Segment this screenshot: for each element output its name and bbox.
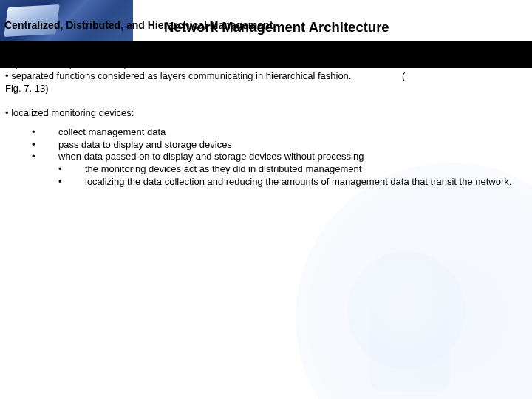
list-item: • pass data to display and storage devic… <box>32 139 527 151</box>
bullet-mark: • <box>32 139 58 151</box>
list-item: • the monitoring devices act as they did… <box>58 163 527 176</box>
bullet-mark: • <box>32 126 58 139</box>
background-watermark <box>266 192 532 399</box>
list-item: • collect management data <box>32 126 527 139</box>
slide-subtitle: Centralized, Distributed, and Hierarchic… <box>4 19 273 31</box>
bullet-mark: • <box>5 46 9 57</box>
section-localized: • localized monitoring devices: <box>5 107 527 120</box>
body-line-2: • separated functions considered as laye… <box>5 70 527 83</box>
watermark-circle <box>332 244 377 288</box>
body-line-2-text: • separated functions considered as laye… <box>5 70 351 81</box>
hierarchical-label: Hierarchical <box>11 46 64 57</box>
bullet-text: collect management data <box>58 126 527 139</box>
slide-header: Centralized, Distributed, and Hierarchic… <box>0 0 532 41</box>
bullet-text: the monitoring devices act as they did i… <box>85 163 527 176</box>
fig-open: ( <box>402 70 405 81</box>
bullet-text: when data passed on to display and stora… <box>58 151 527 163</box>
bullet-mark: • <box>32 151 58 163</box>
list-item: • localizing the data collection and red… <box>58 176 527 188</box>
watermark-figure <box>369 259 451 392</box>
slide-content: • Hierarchical : management functions (m… <box>5 46 527 188</box>
bullet-list: • collect management data • pass data to… <box>32 126 527 188</box>
bullet-mark: • <box>58 163 85 176</box>
bullet-mark: • <box>58 176 85 188</box>
bullet-text: localizing the data collection and reduc… <box>85 176 527 188</box>
body-line-1: separated and placed on separate devices… <box>5 58 527 71</box>
intro-line: • Hierarchical : management functions (m… <box>5 46 527 58</box>
body-line-3: Fig. 7. 13) <box>5 83 527 95</box>
fig-paren <box>351 70 402 81</box>
list-item: • when data passed on to display and sto… <box>32 151 527 163</box>
intro-rest: : management functions (monitoring, disp… <box>64 46 380 57</box>
bullet-text: pass data to display and storage devices <box>58 139 527 151</box>
sub-bullet-list: • the monitoring devices act as they did… <box>58 163 527 188</box>
